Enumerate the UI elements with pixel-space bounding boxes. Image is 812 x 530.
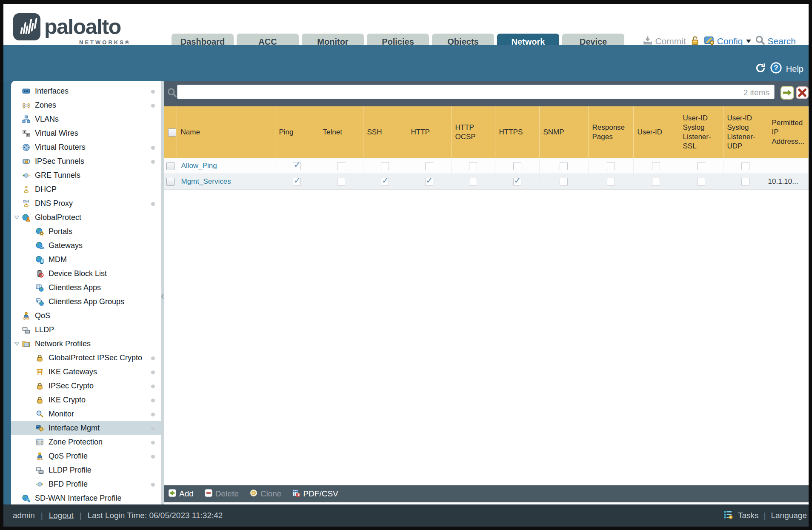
- checkbox-https[interactable]: [513, 162, 521, 170]
- sidebar-item-dns-proxy[interactable]: DNSDNS Proxy: [11, 197, 161, 211]
- tasks-button[interactable]: Tasks: [738, 511, 759, 520]
- sidebar-item-zones[interactable]: Zones: [11, 98, 161, 112]
- sidebar-item-device-block-list[interactable]: Device Block List: [11, 267, 161, 281]
- sidebar-item-monitor[interactable]: Monitor: [11, 407, 161, 421]
- checkbox-ssh[interactable]: [381, 178, 389, 186]
- checkbox-snmp[interactable]: [560, 178, 568, 186]
- checkbox-user-id-syslog-listener-udp[interactable]: [741, 178, 749, 186]
- sub-header-band: ? Help: [3, 45, 809, 81]
- sidebar-item-virtual-wires[interactable]: Virtual Wires: [11, 126, 161, 140]
- column-header-permitted-ip-address[interactable]: Permitted IP Address...: [768, 106, 808, 158]
- checkbox-http-ocsp[interactable]: [469, 162, 477, 170]
- sidebar-item-dhcp[interactable]: IPDHCP: [11, 182, 161, 197]
- clear-filter-button[interactable]: [796, 86, 809, 100]
- sidebar-item-gre-tunnels[interactable]: GRE Tunnels: [11, 168, 161, 182]
- sidebar-item-interfaces[interactable]: Interfaces: [11, 84, 161, 98]
- select-all-checkbox[interactable]: [168, 128, 176, 137]
- status-dot-icon: [151, 483, 155, 487]
- delete-button[interactable]: Delete: [205, 489, 239, 499]
- sidebar-item-ipsec-tunnels[interactable]: IPSec Tunnels: [11, 154, 161, 168]
- sidebar-item-vlans[interactable]: VLANs: [11, 112, 161, 126]
- expander-icon[interactable]: [11, 342, 22, 346]
- clone-button[interactable]: Clone: [250, 489, 282, 499]
- checkbox-https[interactable]: [513, 178, 521, 186]
- sidebar-item-ipsec-crypto[interactable]: IPSec Crypto: [11, 379, 161, 393]
- checkbox-user-id-syslog-listener-udp[interactable]: [741, 162, 749, 170]
- sidebar-item-label: Portals: [49, 227, 72, 236]
- column-header-response-pages[interactable]: Response Pages: [588, 106, 633, 158]
- nodes3-icon: [22, 115, 32, 123]
- checkbox-ssh[interactable]: [381, 162, 389, 170]
- sidebar-item-qos-profile[interactable]: QoSQoS Profile: [11, 449, 161, 463]
- help-label[interactable]: Help: [786, 64, 803, 74]
- column-header-ping[interactable]: Ping: [275, 106, 319, 158]
- paloalto-logo-icon: [13, 13, 41, 43]
- row-select-checkbox[interactable]: [166, 162, 174, 170]
- delete-icon: [205, 489, 212, 499]
- status-dot-icon: [151, 370, 155, 374]
- column-header-user-id[interactable]: User-ID: [633, 106, 679, 158]
- status-dot-icon: [151, 441, 155, 445]
- checkbox-user-id[interactable]: [652, 178, 660, 186]
- expander-icon[interactable]: [11, 215, 22, 220]
- sidebar-item-qos[interactable]: QoSQoS: [11, 309, 161, 323]
- logout-link[interactable]: Logout: [49, 511, 74, 520]
- checkbox-http[interactable]: [425, 178, 433, 186]
- help-icon[interactable]: ?: [770, 62, 782, 76]
- row-name-link[interactable]: Mgmt_Services: [177, 177, 231, 185]
- sidebar-item-ike-gateways[interactable]: IKE Gateways: [11, 365, 161, 379]
- row-select-checkbox[interactable]: [166, 178, 174, 186]
- sidebar-item-network-profiles[interactable]: Network Profiles: [11, 337, 161, 351]
- sidebar-item-clientless-apps[interactable]: Clientless Apps: [11, 281, 161, 295]
- sidebar-item-virtual-routers[interactable]: Virtual Routers: [11, 140, 161, 154]
- checkbox-telnet[interactable]: [337, 162, 345, 170]
- sidebar-item-portals[interactable]: Portals: [11, 225, 161, 239]
- checkbox-ping[interactable]: [293, 162, 301, 170]
- sidebar-item-bfd-profile[interactable]: BFD Profile: [11, 477, 161, 491]
- checkbox-response-pages[interactable]: [607, 178, 615, 186]
- filter-input[interactable]: [177, 85, 775, 99]
- checkbox-user-id[interactable]: [652, 162, 660, 170]
- sidebar-item-lldp[interactable]: LLDP: [11, 323, 161, 337]
- language-button[interactable]: Language: [771, 511, 807, 520]
- sidebar-item-mdm[interactable]: MDM: [11, 253, 161, 267]
- checkbox-user-id-syslog-listener-ssl[interactable]: [697, 178, 705, 186]
- column-header-telnet[interactable]: Telnet: [319, 106, 363, 158]
- checkbox-user-id-syslog-listener-ssl[interactable]: [697, 162, 705, 170]
- checkbox-http-ocsp[interactable]: [469, 178, 477, 186]
- lock-icon: [36, 396, 46, 404]
- checkbox-ping[interactable]: [293, 178, 301, 186]
- sidebar-item-globalprotect-ipsec-crypto[interactable]: GlobalProtect IPSec Crypto: [11, 351, 161, 365]
- computers-icon: [22, 326, 32, 334]
- checkbox-snmp[interactable]: [560, 162, 568, 170]
- column-header-https[interactable]: HTTPS: [495, 106, 539, 158]
- column-header-snmp[interactable]: SNMP: [539, 106, 588, 158]
- pdf-csv-button[interactable]: PDF/CSV: [292, 489, 338, 499]
- column-header-http[interactable]: HTTP: [407, 106, 451, 158]
- sidebar-item-gateways[interactable]: Gateways: [11, 239, 161, 253]
- sidebar-item-sd-wan-interface-profile[interactable]: SD-WAN Interface Profile: [11, 491, 161, 504]
- refresh-icon[interactable]: [755, 63, 766, 76]
- column-header-name[interactable]: Name: [177, 106, 275, 158]
- checkbox-response-pages[interactable]: [607, 162, 615, 170]
- column-header-user-id-syslog-listener-udp[interactable]: User-ID Syslog Listener-UDP: [723, 106, 768, 158]
- sidebar-item-clientless-app-groups[interactable]: Clientless App Groups: [11, 295, 161, 309]
- person-qos-icon: QoS: [22, 312, 32, 320]
- checkbox-http[interactable]: [425, 162, 433, 170]
- column-header-http-ocsp[interactable]: HTTP OCSP: [451, 106, 495, 158]
- sidebar-item-globalprotect[interactable]: GlobalProtect: [11, 211, 161, 225]
- globe-person-icon: [22, 214, 32, 222]
- row-name-link[interactable]: Allow_Ping: [177, 162, 217, 170]
- column-header-user-id-syslog-listener-ssl[interactable]: User-ID Syslog Listener-SSL: [679, 106, 723, 158]
- sidebar-splitter[interactable]: [161, 81, 164, 504]
- lock-icon: [36, 382, 46, 390]
- checkbox-telnet[interactable]: [337, 178, 345, 186]
- sidebar-item-lldp-profile[interactable]: LLDP Profile: [11, 463, 161, 477]
- apply-filter-button[interactable]: [781, 86, 794, 100]
- sidebar-item-interface-mgmt[interactable]: Interface Mgmt: [11, 421, 161, 435]
- sidebar-item-zone-protection[interactable]: Zone Protection: [11, 435, 161, 449]
- column-header-ssh[interactable]: SSH: [363, 106, 407, 158]
- add-button[interactable]: Add: [169, 489, 194, 499]
- sidebar-item-label: IPSec Crypto: [49, 382, 94, 390]
- sidebar-item-ike-crypto[interactable]: IKE Crypto: [11, 393, 161, 407]
